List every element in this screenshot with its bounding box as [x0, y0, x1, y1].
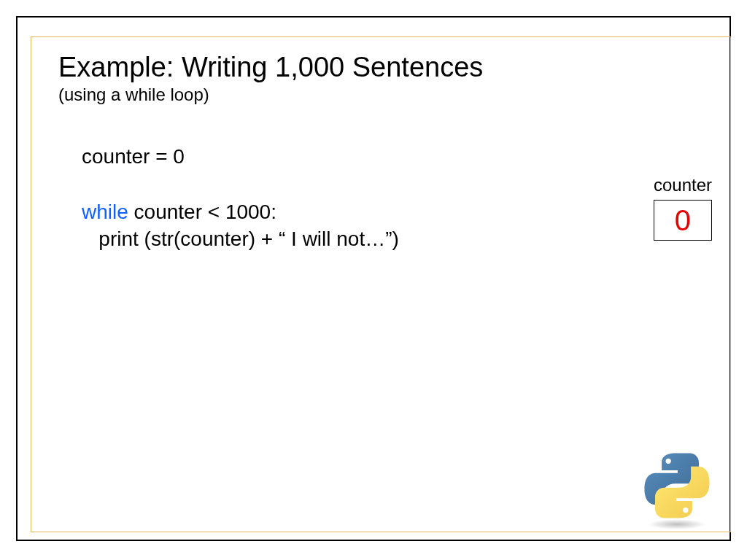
slide-subtitle: (using a while loop) [58, 85, 689, 105]
code-line-2: while counter < 1000: [82, 198, 689, 226]
code-line-1: counter = 0 [82, 143, 689, 171]
counter-value: 0 [675, 204, 691, 237]
python-logo-icon [640, 449, 713, 529]
slide-content: Example: Writing 1,000 Sentences (using … [16, 16, 731, 541]
counter-value-box: 0 [654, 200, 712, 241]
code-block: counter = 0 while counter < 1000: print … [58, 143, 689, 253]
code-line-3: print (str(counter) + “ I will not…”) [82, 225, 689, 253]
slide-title: Example: Writing 1,000 Sentences [58, 52, 689, 83]
svg-point-1 [683, 508, 688, 513]
counter-display: counter 0 [654, 175, 712, 241]
keyword-while: while [82, 201, 128, 223]
counter-label: counter [654, 175, 712, 195]
svg-point-0 [666, 459, 671, 464]
logo-shadow [648, 519, 706, 529]
code-line-2-rest: counter < 1000: [128, 201, 276, 223]
